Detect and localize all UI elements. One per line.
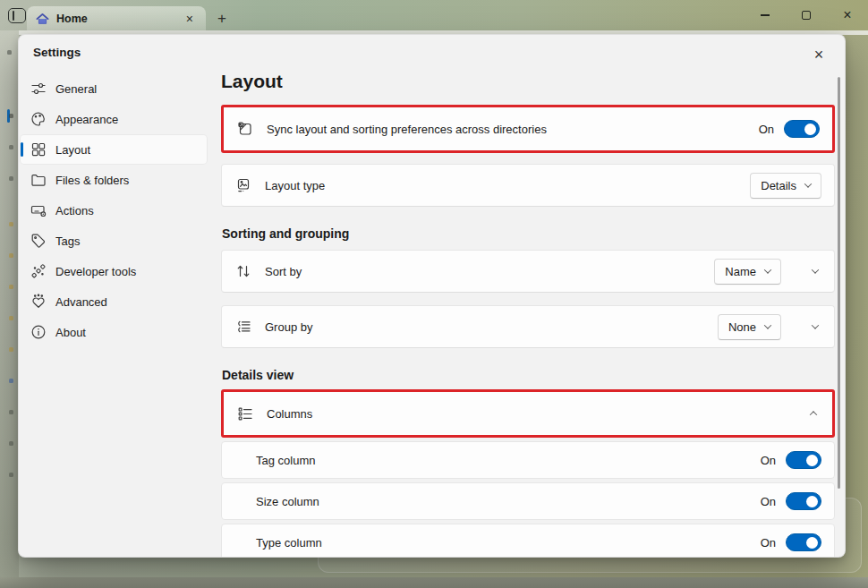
- sidebar-item-advanced[interactable]: Advanced: [21, 287, 207, 316]
- options-sliders-icon: [30, 80, 47, 98]
- new-tab-button[interactable]: +: [217, 6, 226, 30]
- sidebar-toggle-icon[interactable]: [8, 8, 26, 23]
- maximize-button[interactable]: [786, 0, 827, 30]
- type-column-row: Type column On: [221, 524, 835, 558]
- size-column-label: Size column: [256, 495, 761, 508]
- chevron-down-icon: [804, 180, 812, 187]
- group-by-expander[interactable]: [813, 324, 818, 329]
- chevron-down-icon: [764, 266, 771, 273]
- layout-type-label: Layout type: [260, 179, 743, 192]
- sidebar-item-about[interactable]: About: [21, 318, 207, 346]
- highlight-box-sync: Sync layout and sorting preferences acro…: [221, 105, 835, 153]
- sort-by-row[interactable]: Sort by Name: [221, 250, 835, 293]
- section-header-details: Details view: [222, 368, 835, 382]
- settings-content: Layout Sync layout and sorting preferenc…: [208, 35, 845, 557]
- layout-type-value: Details: [761, 179, 796, 192]
- keyboard-gear-icon: [30, 201, 47, 219]
- columns-row[interactable]: Columns: [224, 392, 832, 435]
- heart-hands-icon: [30, 293, 47, 311]
- type-column-label: Type column: [256, 536, 761, 550]
- folder-icon: [30, 171, 47, 189]
- layout-type-icon: [234, 176, 252, 194]
- info-icon: [30, 323, 47, 341]
- toggle-state-label: On: [761, 536, 776, 550]
- dialog-close-button[interactable]: ×: [805, 42, 832, 67]
- sidebar-item-label: Tags: [55, 234, 80, 248]
- window-bottom-edge: [0, 577, 868, 588]
- chevron-down-icon: [812, 266, 819, 273]
- dev-branch-icon: [30, 262, 47, 280]
- sidebar-item-developer-tools[interactable]: Developer tools: [21, 257, 207, 285]
- sidebar-item-label: Advanced: [55, 295, 107, 309]
- sidebar-item-label: Layout: [55, 143, 90, 157]
- tag-column-label: Tag column: [256, 454, 761, 467]
- sidebar-item-label: Files & folders: [55, 174, 129, 187]
- tab-close-icon[interactable]: ×: [183, 13, 197, 25]
- tab-home[interactable]: Home ×: [27, 6, 206, 30]
- minimize-button[interactable]: [745, 0, 786, 30]
- tag-icon: [30, 232, 47, 250]
- maximize-icon: [802, 11, 811, 20]
- sidebar-item-appearance[interactable]: Appearance: [21, 105, 207, 133]
- sidebar-item-label: About: [55, 326, 86, 339]
- type-column-toggle[interactable]: [786, 533, 821, 551]
- size-column-toggle[interactable]: [786, 492, 821, 510]
- group-list-icon: [234, 318, 252, 336]
- toggle-state-label: On: [761, 454, 776, 467]
- chevron-down-icon: [764, 321, 771, 328]
- titlebar: Home × + ×: [0, 0, 868, 30]
- group-by-label: Group by: [260, 320, 711, 334]
- sidebar-item-layout[interactable]: Layout: [21, 135, 207, 164]
- dialog-title: Settings: [33, 46, 81, 59]
- window-controls: ×: [745, 0, 868, 30]
- sort-by-label: Sort by: [260, 265, 707, 278]
- toggle-state-label: On: [761, 495, 776, 508]
- sidebar-item-actions[interactable]: Actions: [21, 196, 207, 225]
- columns-list-icon: [236, 405, 254, 422]
- settings-sidebar: General Appearance Layout Files & folder…: [19, 35, 208, 557]
- sync-layout-icon: [236, 120, 254, 138]
- sidebar-item-tags[interactable]: Tags: [21, 226, 207, 255]
- palette-icon: [30, 110, 47, 128]
- group-by-row[interactable]: Group by None: [221, 305, 835, 348]
- sidebar-item-label: General: [55, 82, 97, 96]
- home-icon: [36, 13, 49, 25]
- sync-layout-label: Sync layout and sorting preferences acro…: [261, 123, 752, 136]
- chevron-up-icon: [810, 411, 817, 418]
- close-window-button[interactable]: ×: [827, 0, 868, 30]
- tab-title: Home: [56, 13, 175, 25]
- sidebar-item-label: Actions: [55, 204, 94, 217]
- chevron-down-icon: [812, 321, 819, 328]
- sort-arrows-icon: [234, 262, 252, 280]
- toggle-state-label: On: [759, 123, 774, 136]
- sort-by-value: Name: [725, 265, 756, 278]
- minimize-icon: [761, 14, 770, 15]
- sort-by-expander[interactable]: [813, 268, 818, 274]
- grid-icon: [30, 141, 47, 158]
- sidebar-item-label: Appearance: [55, 113, 118, 126]
- sidebar-item-label: Developer tools: [55, 265, 136, 278]
- columns-expander[interactable]: [811, 411, 816, 416]
- sync-layout-row: Sync layout and sorting preferences acro…: [224, 107, 832, 150]
- tag-column-toggle[interactable]: [786, 451, 821, 469]
- sort-by-dropdown[interactable]: Name: [714, 259, 781, 285]
- highlight-box-columns: Columns: [221, 389, 835, 438]
- page-title: Layout: [221, 71, 835, 92]
- group-by-value: None: [728, 320, 756, 334]
- scrollbar-thumb[interactable]: [838, 77, 840, 489]
- size-column-row: Size column On: [221, 482, 835, 520]
- sidebar-item-files-folders[interactable]: Files & folders: [21, 166, 207, 194]
- group-by-dropdown[interactable]: None: [718, 314, 781, 340]
- section-header-sorting: Sorting and grouping: [222, 226, 835, 241]
- settings-dialog: Settings × General Appearance Layout: [18, 34, 846, 558]
- layout-type-row: Layout type Details: [221, 164, 835, 207]
- sidebar-item-general[interactable]: General: [21, 74, 207, 103]
- dimmed-app-strip-left: [0, 30, 19, 588]
- layout-type-dropdown[interactable]: Details: [750, 173, 821, 199]
- close-icon: ×: [843, 8, 851, 22]
- sync-layout-toggle[interactable]: [784, 120, 820, 138]
- columns-label: Columns: [261, 407, 782, 421]
- tag-column-row: Tag column On: [221, 441, 835, 479]
